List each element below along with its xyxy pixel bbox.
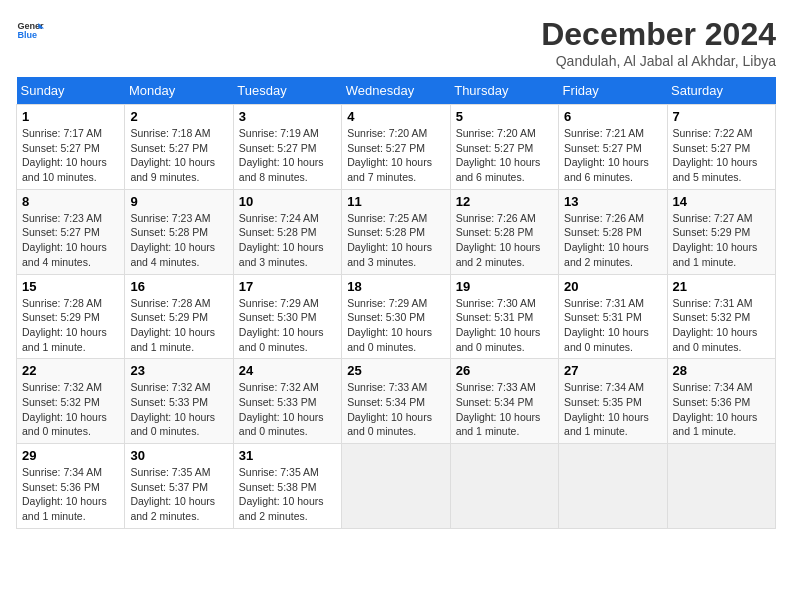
- day-info: Sunrise: 7:20 AM Sunset: 5:27 PM Dayligh…: [347, 126, 444, 185]
- calendar-cell: 12Sunrise: 7:26 AM Sunset: 5:28 PM Dayli…: [450, 189, 558, 274]
- calendar-cell: 8Sunrise: 7:23 AM Sunset: 5:27 PM Daylig…: [17, 189, 125, 274]
- day-info: Sunrise: 7:31 AM Sunset: 5:32 PM Dayligh…: [673, 296, 770, 355]
- svg-text:Blue: Blue: [17, 30, 37, 40]
- day-number: 3: [239, 109, 336, 124]
- day-info: Sunrise: 7:23 AM Sunset: 5:27 PM Dayligh…: [22, 211, 119, 270]
- day-number: 4: [347, 109, 444, 124]
- day-info: Sunrise: 7:19 AM Sunset: 5:27 PM Dayligh…: [239, 126, 336, 185]
- calendar-cell: 23Sunrise: 7:32 AM Sunset: 5:33 PM Dayli…: [125, 359, 233, 444]
- calendar-cell: 6Sunrise: 7:21 AM Sunset: 5:27 PM Daylig…: [559, 105, 667, 190]
- calendar-week-row: 29Sunrise: 7:34 AM Sunset: 5:36 PM Dayli…: [17, 444, 776, 529]
- calendar-cell-empty: [667, 444, 775, 529]
- calendar-cell: 22Sunrise: 7:32 AM Sunset: 5:32 PM Dayli…: [17, 359, 125, 444]
- calendar-cell: 9Sunrise: 7:23 AM Sunset: 5:28 PM Daylig…: [125, 189, 233, 274]
- day-number: 13: [564, 194, 661, 209]
- day-number: 5: [456, 109, 553, 124]
- calendar-week-row: 15Sunrise: 7:28 AM Sunset: 5:29 PM Dayli…: [17, 274, 776, 359]
- day-number: 17: [239, 279, 336, 294]
- day-number: 10: [239, 194, 336, 209]
- calendar-cell: 4Sunrise: 7:20 AM Sunset: 5:27 PM Daylig…: [342, 105, 450, 190]
- calendar-cell: 14Sunrise: 7:27 AM Sunset: 5:29 PM Dayli…: [667, 189, 775, 274]
- day-info: Sunrise: 7:32 AM Sunset: 5:32 PM Dayligh…: [22, 380, 119, 439]
- day-info: Sunrise: 7:25 AM Sunset: 5:28 PM Dayligh…: [347, 211, 444, 270]
- weekday-header-saturday: Saturday: [667, 77, 775, 105]
- calendar-cell-empty: [559, 444, 667, 529]
- calendar-cell: 3Sunrise: 7:19 AM Sunset: 5:27 PM Daylig…: [233, 105, 341, 190]
- calendar-cell: 25Sunrise: 7:33 AM Sunset: 5:34 PM Dayli…: [342, 359, 450, 444]
- day-info: Sunrise: 7:32 AM Sunset: 5:33 PM Dayligh…: [130, 380, 227, 439]
- day-number: 15: [22, 279, 119, 294]
- calendar-cell: 29Sunrise: 7:34 AM Sunset: 5:36 PM Dayli…: [17, 444, 125, 529]
- day-number: 6: [564, 109, 661, 124]
- calendar-cell: 19Sunrise: 7:30 AM Sunset: 5:31 PM Dayli…: [450, 274, 558, 359]
- weekday-header-monday: Monday: [125, 77, 233, 105]
- day-number: 23: [130, 363, 227, 378]
- day-number: 26: [456, 363, 553, 378]
- day-number: 22: [22, 363, 119, 378]
- calendar-cell: 15Sunrise: 7:28 AM Sunset: 5:29 PM Dayli…: [17, 274, 125, 359]
- calendar-table: SundayMondayTuesdayWednesdayThursdayFrid…: [16, 77, 776, 529]
- day-number: 8: [22, 194, 119, 209]
- day-number: 28: [673, 363, 770, 378]
- day-info: Sunrise: 7:22 AM Sunset: 5:27 PM Dayligh…: [673, 126, 770, 185]
- weekday-header-friday: Friday: [559, 77, 667, 105]
- day-info: Sunrise: 7:33 AM Sunset: 5:34 PM Dayligh…: [347, 380, 444, 439]
- calendar-cell-empty: [342, 444, 450, 529]
- calendar-cell: 2Sunrise: 7:18 AM Sunset: 5:27 PM Daylig…: [125, 105, 233, 190]
- day-info: Sunrise: 7:21 AM Sunset: 5:27 PM Dayligh…: [564, 126, 661, 185]
- calendar-cell: 1Sunrise: 7:17 AM Sunset: 5:27 PM Daylig…: [17, 105, 125, 190]
- calendar-cell: 18Sunrise: 7:29 AM Sunset: 5:30 PM Dayli…: [342, 274, 450, 359]
- weekday-header-tuesday: Tuesday: [233, 77, 341, 105]
- header: General Blue December 2024 Qandulah, Al …: [16, 16, 776, 69]
- day-info: Sunrise: 7:34 AM Sunset: 5:36 PM Dayligh…: [22, 465, 119, 524]
- day-number: 11: [347, 194, 444, 209]
- calendar-title: December 2024: [541, 16, 776, 53]
- calendar-week-row: 1Sunrise: 7:17 AM Sunset: 5:27 PM Daylig…: [17, 105, 776, 190]
- day-info: Sunrise: 7:29 AM Sunset: 5:30 PM Dayligh…: [347, 296, 444, 355]
- day-number: 14: [673, 194, 770, 209]
- calendar-cell: 20Sunrise: 7:31 AM Sunset: 5:31 PM Dayli…: [559, 274, 667, 359]
- day-info: Sunrise: 7:26 AM Sunset: 5:28 PM Dayligh…: [564, 211, 661, 270]
- day-number: 2: [130, 109, 227, 124]
- title-area: December 2024 Qandulah, Al Jabal al Akhd…: [541, 16, 776, 69]
- calendar-cell: 21Sunrise: 7:31 AM Sunset: 5:32 PM Dayli…: [667, 274, 775, 359]
- calendar-cell: 17Sunrise: 7:29 AM Sunset: 5:30 PM Dayli…: [233, 274, 341, 359]
- day-info: Sunrise: 7:26 AM Sunset: 5:28 PM Dayligh…: [456, 211, 553, 270]
- calendar-cell: 11Sunrise: 7:25 AM Sunset: 5:28 PM Dayli…: [342, 189, 450, 274]
- day-number: 30: [130, 448, 227, 463]
- day-info: Sunrise: 7:34 AM Sunset: 5:36 PM Dayligh…: [673, 380, 770, 439]
- day-info: Sunrise: 7:27 AM Sunset: 5:29 PM Dayligh…: [673, 211, 770, 270]
- day-info: Sunrise: 7:35 AM Sunset: 5:37 PM Dayligh…: [130, 465, 227, 524]
- weekday-header-wednesday: Wednesday: [342, 77, 450, 105]
- weekday-header-sunday: Sunday: [17, 77, 125, 105]
- calendar-cell-empty: [450, 444, 558, 529]
- calendar-cell: 5Sunrise: 7:20 AM Sunset: 5:27 PM Daylig…: [450, 105, 558, 190]
- day-info: Sunrise: 7:24 AM Sunset: 5:28 PM Dayligh…: [239, 211, 336, 270]
- day-info: Sunrise: 7:35 AM Sunset: 5:38 PM Dayligh…: [239, 465, 336, 524]
- day-info: Sunrise: 7:31 AM Sunset: 5:31 PM Dayligh…: [564, 296, 661, 355]
- day-number: 31: [239, 448, 336, 463]
- day-info: Sunrise: 7:33 AM Sunset: 5:34 PM Dayligh…: [456, 380, 553, 439]
- day-info: Sunrise: 7:30 AM Sunset: 5:31 PM Dayligh…: [456, 296, 553, 355]
- day-number: 20: [564, 279, 661, 294]
- day-info: Sunrise: 7:23 AM Sunset: 5:28 PM Dayligh…: [130, 211, 227, 270]
- day-number: 12: [456, 194, 553, 209]
- calendar-cell: 16Sunrise: 7:28 AM Sunset: 5:29 PM Dayli…: [125, 274, 233, 359]
- day-number: 29: [22, 448, 119, 463]
- weekday-header-row: SundayMondayTuesdayWednesdayThursdayFrid…: [17, 77, 776, 105]
- calendar-subtitle: Qandulah, Al Jabal al Akhdar, Libya: [541, 53, 776, 69]
- day-number: 19: [456, 279, 553, 294]
- calendar-cell: 7Sunrise: 7:22 AM Sunset: 5:27 PM Daylig…: [667, 105, 775, 190]
- weekday-header-thursday: Thursday: [450, 77, 558, 105]
- day-info: Sunrise: 7:28 AM Sunset: 5:29 PM Dayligh…: [130, 296, 227, 355]
- day-number: 7: [673, 109, 770, 124]
- day-number: 9: [130, 194, 227, 209]
- calendar-cell: 24Sunrise: 7:32 AM Sunset: 5:33 PM Dayli…: [233, 359, 341, 444]
- calendar-week-row: 22Sunrise: 7:32 AM Sunset: 5:32 PM Dayli…: [17, 359, 776, 444]
- day-info: Sunrise: 7:17 AM Sunset: 5:27 PM Dayligh…: [22, 126, 119, 185]
- day-info: Sunrise: 7:34 AM Sunset: 5:35 PM Dayligh…: [564, 380, 661, 439]
- day-number: 1: [22, 109, 119, 124]
- calendar-cell: 30Sunrise: 7:35 AM Sunset: 5:37 PM Dayli…: [125, 444, 233, 529]
- day-number: 16: [130, 279, 227, 294]
- day-number: 27: [564, 363, 661, 378]
